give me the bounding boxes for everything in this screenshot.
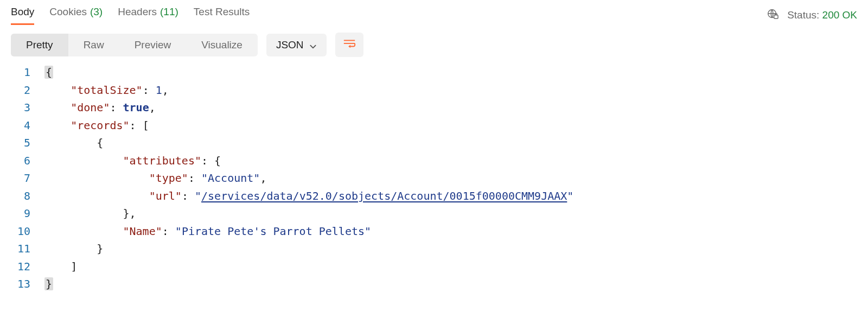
line-number: 7: [7, 169, 30, 187]
body-toolbar: Pretty Raw Preview Visualize JSON: [0, 25, 868, 60]
chevron-down-icon: [309, 41, 317, 49]
line-number: 12: [7, 258, 30, 276]
tab-headers-label: Headers: [118, 6, 157, 18]
line-number: 1: [7, 64, 30, 81]
response-meta: Status: 200 OK: [767, 8, 857, 23]
wrap-lines-button[interactable]: [335, 33, 363, 57]
tab-test-results[interactable]: Test Results: [194, 3, 250, 25]
line-number: 3: [7, 99, 30, 117]
status-value: 200 OK: [822, 9, 857, 21]
code-content: { "totalSize": 1, "done": true, "records…: [44, 64, 573, 293]
viewmode-preview[interactable]: Preview: [119, 34, 187, 56]
format-dropdown[interactable]: JSON: [266, 34, 327, 56]
response-body[interactable]: 1 2 3 4 5 6 7 8 9 10 11 12 13 { "totalSi…: [0, 60, 868, 304]
line-number: 11: [7, 240, 30, 258]
line-number: 10: [7, 223, 30, 240]
viewmode-pretty[interactable]: Pretty: [11, 34, 68, 56]
tab-cookies-count: (3): [90, 6, 103, 18]
line-number: 13: [7, 275, 30, 293]
globe-lock-icon[interactable]: [767, 8, 778, 23]
line-number-gutter: 1 2 3 4 5 6 7 8 9 10 11 12 13: [7, 64, 44, 293]
viewmode-visualize[interactable]: Visualize: [186, 34, 258, 56]
line-number: 4: [7, 117, 30, 135]
viewmode-segmented: Pretty Raw Preview Visualize: [11, 34, 258, 56]
response-tabs: Body Cookies (3) Headers (11) Test Resul…: [11, 5, 250, 25]
wrap-lines-icon: [343, 38, 356, 52]
tab-body[interactable]: Body: [11, 3, 34, 25]
tab-cookies[interactable]: Cookies (3): [49, 3, 103, 25]
viewmode-raw[interactable]: Raw: [68, 34, 119, 56]
tab-tests-label: Test Results: [194, 6, 250, 18]
line-number: 5: [7, 134, 30, 152]
svg-rect-1: [774, 15, 778, 18]
tab-headers[interactable]: Headers (11): [118, 3, 178, 25]
line-number: 9: [7, 205, 30, 223]
url-link[interactable]: /services/data/v52.0/sobjects/Account/00…: [201, 189, 567, 202]
tab-headers-count: (11): [160, 6, 178, 18]
format-dropdown-label: JSON: [276, 39, 304, 51]
tab-cookies-label: Cookies: [49, 6, 87, 18]
tab-body-label: Body: [11, 6, 34, 18]
status-label: Status:: [787, 9, 819, 21]
line-number: 2: [7, 81, 30, 99]
line-number: 8: [7, 187, 30, 205]
line-number: 6: [7, 152, 30, 170]
